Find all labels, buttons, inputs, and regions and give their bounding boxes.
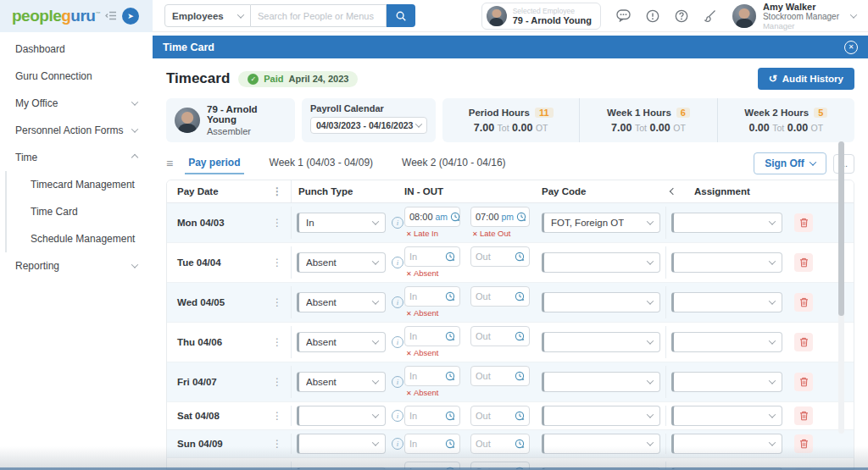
sign-off-button[interactable]: Sign Off bbox=[754, 152, 826, 174]
table-scrollbar-thumb[interactable] bbox=[838, 141, 844, 316]
sidebar-item-personnel-action-forms[interactable]: Personnel Action Forms bbox=[0, 117, 153, 144]
out-time-field[interactable]: Out bbox=[470, 462, 530, 470]
row-menu-icon[interactable]: ⋮ bbox=[272, 217, 282, 229]
out-time-field[interactable]: 07:00 pm bbox=[470, 207, 530, 227]
clock-icon[interactable] bbox=[445, 331, 455, 341]
out-time-field[interactable]: Out bbox=[470, 434, 530, 454]
pay-code-select[interactable] bbox=[542, 434, 660, 454]
punch-type-select[interactable]: Absent bbox=[297, 252, 386, 273]
delete-row-button[interactable] bbox=[794, 434, 813, 453]
info-icon[interactable]: i bbox=[392, 410, 403, 422]
list-view-icon[interactable]: ≡ bbox=[166, 157, 173, 170]
user-menu[interactable]: Amy Walker Stockroom Manager Manager bbox=[732, 2, 856, 30]
pay-code-select[interactable] bbox=[542, 372, 660, 392]
assignment-select[interactable] bbox=[671, 292, 782, 312]
sidebar-item-time[interactable]: Time bbox=[0, 144, 153, 171]
row-menu-icon[interactable]: ⋮ bbox=[272, 336, 282, 348]
column-menu-icon[interactable]: ⋮ bbox=[272, 185, 282, 197]
delete-row-button[interactable] bbox=[794, 293, 813, 312]
close-icon[interactable]: ✕ bbox=[844, 41, 858, 54]
punch-type-select[interactable]: Absent bbox=[297, 332, 386, 352]
punch-type-select[interactable]: In bbox=[297, 213, 386, 233]
sidebar-item-reporting[interactable]: Reporting bbox=[0, 252, 153, 279]
tab-week-2[interactable]: Week 2 (04/10 - 04/16) bbox=[398, 152, 509, 174]
sidebar-item-dashboard[interactable]: Dashboard bbox=[0, 36, 153, 63]
clock-icon[interactable] bbox=[445, 371, 455, 381]
clock-icon[interactable] bbox=[445, 252, 455, 262]
clock-icon[interactable] bbox=[515, 371, 525, 381]
in-time-field[interactable]: In bbox=[404, 246, 460, 267]
clock-icon[interactable] bbox=[450, 212, 460, 222]
clock-icon[interactable] bbox=[515, 291, 525, 301]
pay-code-select[interactable] bbox=[542, 332, 660, 352]
clock-icon[interactable] bbox=[445, 467, 455, 470]
clock-icon[interactable] bbox=[515, 467, 525, 470]
out-time-field[interactable]: Out bbox=[470, 366, 530, 386]
row-menu-icon[interactable]: ⋮ bbox=[272, 296, 282, 308]
assignment-select[interactable] bbox=[671, 406, 782, 426]
row-menu-icon[interactable]: ⋮ bbox=[272, 438, 282, 450]
info-icon[interactable]: i bbox=[392, 296, 403, 308]
sidebar-item-my-office[interactable]: My Office bbox=[0, 90, 153, 117]
delete-row-button[interactable] bbox=[794, 253, 813, 272]
clock-icon[interactable] bbox=[445, 291, 455, 301]
assignment-select[interactable] bbox=[671, 434, 782, 454]
clock-icon[interactable] bbox=[515, 411, 525, 421]
info-icon[interactable]: i bbox=[392, 376, 403, 388]
info-icon[interactable]: i bbox=[392, 257, 403, 268]
audit-history-button[interactable]: ↺ Audit History bbox=[758, 68, 854, 90]
assignment-select[interactable] bbox=[671, 332, 782, 352]
out-time-field[interactable]: Out bbox=[470, 326, 530, 346]
selected-employee-chip[interactable]: Selected Employee 79 - Arnold Young bbox=[481, 3, 601, 30]
delete-row-button[interactable] bbox=[794, 406, 813, 425]
sidebar-item-guru-connection[interactable]: Guru Connection bbox=[0, 63, 153, 90]
delete-row-button[interactable] bbox=[794, 373, 813, 391]
in-time-field[interactable]: In bbox=[404, 326, 460, 346]
search-button[interactable] bbox=[387, 4, 415, 27]
alerts-icon[interactable] bbox=[646, 9, 659, 23]
in-time-field[interactable]: In bbox=[404, 406, 460, 426]
theme-brush-icon[interactable] bbox=[704, 9, 717, 23]
out-time-field[interactable]: Out bbox=[470, 286, 530, 307]
sidebar-item-schedule-management[interactable]: Schedule Management bbox=[7, 225, 153, 252]
collapse-column-icon[interactable] bbox=[670, 188, 676, 195]
clock-icon[interactable] bbox=[445, 439, 455, 449]
clock-icon[interactable] bbox=[515, 439, 525, 449]
punch-type-select[interactable]: Absent bbox=[297, 292, 386, 312]
in-time-field[interactable]: 08:00 am bbox=[404, 207, 460, 227]
clock-icon[interactable] bbox=[515, 252, 525, 262]
assignment-select[interactable] bbox=[671, 252, 782, 273]
pay-code-select[interactable] bbox=[542, 252, 660, 273]
punch-type-select[interactable] bbox=[297, 406, 386, 426]
pay-code-select[interactable] bbox=[542, 292, 660, 312]
guru-bubble-icon[interactable]: ➤ bbox=[122, 8, 139, 25]
info-icon[interactable]: i bbox=[392, 336, 403, 348]
sidebar-item-time-card[interactable]: Time Card bbox=[7, 198, 153, 225]
pay-code-select[interactable] bbox=[542, 406, 660, 426]
in-time-field[interactable]: In bbox=[404, 286, 460, 307]
row-menu-icon[interactable]: ⋮ bbox=[272, 410, 282, 422]
collapse-sidebar-icon[interactable] bbox=[105, 11, 117, 20]
clock-icon[interactable] bbox=[516, 212, 526, 222]
out-time-field[interactable]: Out bbox=[470, 406, 530, 426]
in-time-field[interactable]: In bbox=[404, 434, 460, 454]
sidebar-item-timecard-management[interactable]: Timecard Management bbox=[7, 171, 153, 198]
punch-type-select[interactable]: Absent bbox=[297, 372, 386, 392]
clock-icon[interactable] bbox=[515, 331, 525, 341]
global-search-input[interactable]: Search for People or Menus bbox=[251, 4, 387, 27]
out-time-field[interactable]: Out bbox=[470, 246, 530, 267]
assignment-select[interactable] bbox=[671, 213, 782, 233]
delete-row-button[interactable] bbox=[794, 213, 813, 232]
help-icon[interactable] bbox=[675, 9, 688, 23]
payroll-calendar-dropdown[interactable]: 04/03/2023 - 04/16/2023 bbox=[310, 117, 427, 134]
punch-type-select[interactable] bbox=[297, 434, 386, 454]
tab-pay-period[interactable]: Pay period bbox=[185, 152, 243, 174]
pay-code-select[interactable]: FOT, Foreign OT bbox=[542, 213, 660, 233]
row-menu-icon[interactable]: ⋮ bbox=[272, 376, 282, 388]
chat-icon[interactable] bbox=[616, 9, 631, 22]
delete-row-button[interactable] bbox=[794, 333, 813, 351]
info-icon[interactable]: i bbox=[392, 217, 403, 229]
tab-week-1[interactable]: Week 1 (04/03 - 04/09) bbox=[266, 152, 377, 174]
row-menu-icon[interactable]: ⋮ bbox=[272, 257, 282, 268]
assignment-select[interactable] bbox=[671, 372, 782, 392]
